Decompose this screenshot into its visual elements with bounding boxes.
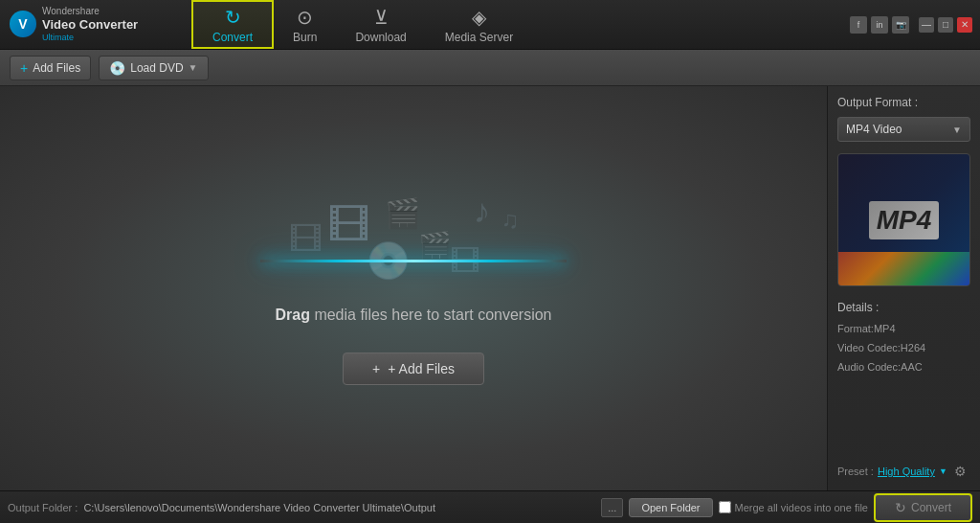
format-dropdown-chevron-icon: ▼	[952, 125, 962, 135]
drop-zone-add-files-button[interactable]: + + Add Files	[343, 352, 484, 385]
add-files-plus-icon: +	[372, 361, 380, 376]
tab-burn-label: Burn	[293, 31, 317, 44]
logo-area: V Wondershare Video Converter Ultimate	[0, 6, 191, 42]
music-note-icon-1: ♪	[474, 192, 491, 230]
drop-zone-text: Drag media files here to start conversio…	[275, 307, 551, 324]
film-reel-icon-1: 🎞	[327, 201, 370, 251]
convert-button-bottom[interactable]: ↻ Convert	[874, 493, 972, 522]
glow-line	[260, 260, 567, 262]
details-info: Format:MP4 Video Codec:H264 Audio Codec:…	[837, 320, 970, 376]
right-panel: Output Format : MP4 Video ▼ MP4 Details …	[827, 86, 980, 490]
film-reel-icon-3: 🎬	[385, 196, 420, 230]
titlebar: V Wondershare Video Converter Ultimate ↻…	[0, 0, 980, 50]
mp4-label: MP4	[869, 201, 940, 239]
audio-codec-detail: Audio Codec:AAC	[837, 358, 970, 377]
app-brand: Wondershare	[42, 6, 138, 17]
convert-tab-icon: ↻	[225, 6, 241, 29]
load-dvd-icon: 💿	[109, 60, 125, 76]
mp4-thumbnail-strip	[838, 252, 969, 285]
media-server-tab-icon: ◈	[472, 6, 486, 29]
preset-section: Preset : High Quality ▼ ⚙	[837, 462, 970, 481]
merge-checkbox[interactable]	[719, 501, 731, 513]
statusbar: Output Folder : C:\Users\lenovo\Document…	[0, 490, 980, 523]
open-folder-button[interactable]: Open Folder	[629, 498, 712, 517]
camera-icon[interactable]: 📷	[892, 16, 909, 34]
convert-btn-label: Convert	[911, 501, 951, 514]
output-path-value: C:\Users\lenovo\Documents\Wondershare Vi…	[83, 502, 595, 513]
drop-zone-icons: 🎞 🎞 🎬 ♪ ♫ 💿 🎞 🎬	[270, 192, 557, 287]
disc-icon: 🎬	[418, 230, 452, 262]
convert-btn-icon: ↻	[895, 500, 906, 515]
load-dvd-label: Load DVD	[130, 61, 183, 75]
facebook-icon[interactable]: f	[850, 16, 867, 34]
app-edition: Ultimate	[42, 33, 138, 43]
video-codec-detail: Video Codec:H264	[837, 339, 970, 358]
drop-add-files-label: + Add Files	[388, 361, 455, 376]
preset-label: Preset :	[837, 466, 874, 477]
settings-icon[interactable]: ⚙	[951, 462, 970, 481]
tab-media-server-label: Media Server	[445, 31, 513, 44]
add-files-label: Add Files	[33, 61, 80, 75]
browse-output-button[interactable]: ...	[601, 498, 623, 517]
drop-text-bold: Drag	[275, 307, 309, 323]
format-detail: Format:MP4	[837, 320, 970, 339]
mp4-thumbnail: MP4	[837, 153, 970, 286]
film-reel-icon-2: 🎞	[289, 220, 323, 259]
app-name: Wondershare Video Converter Ultimate	[42, 6, 138, 42]
app-logo-icon: V	[10, 11, 36, 37]
download-tab-icon: ⊻	[374, 6, 389, 29]
tab-convert-label: Convert	[212, 31, 253, 44]
merge-checkbox-area: Merge all videos into one file	[719, 501, 868, 513]
minimize-button[interactable]: —	[919, 17, 934, 33]
drop-text-rest: media files here to start conversion	[310, 307, 552, 323]
add-files-button[interactable]: + Add Files	[10, 56, 91, 80]
toolbar: + Add Files 💿 Load DVD ▼	[0, 50, 980, 86]
nav-tabs: ↻ Convert ⊙ Burn ⊻ Download ◈ Media Serv…	[191, 0, 850, 49]
drop-zone[interactable]: 🎞 🎞 🎬 ♪ ♫ 💿 🎞 🎬 Drag media files here to…	[0, 86, 827, 490]
output-folder-label: Output Folder :	[8, 502, 78, 513]
preset-value-link[interactable]: High Quality	[878, 466, 935, 477]
merge-label: Merge all videos into one file	[735, 502, 868, 513]
maximize-button[interactable]: □	[938, 17, 953, 33]
music-note-icon-2: ♫	[501, 206, 519, 234]
format-dropdown[interactable]: MP4 Video ▼	[837, 117, 970, 142]
close-button[interactable]: ✕	[957, 17, 972, 33]
social-icons: f in 📷	[850, 16, 919, 34]
burn-tab-icon: ⊙	[297, 6, 313, 29]
main-container: 🎞 🎞 🎬 ♪ ♫ 💿 🎞 🎬 Drag media files here to…	[0, 86, 980, 490]
load-dvd-button[interactable]: 💿 Load DVD ▼	[99, 56, 208, 80]
tab-media-server[interactable]: ◈ Media Server	[426, 0, 532, 49]
details-label: Details :	[837, 301, 970, 314]
format-selected-value: MP4 Video	[846, 123, 902, 136]
output-format-label: Output Format :	[837, 96, 970, 109]
linkedin-icon[interactable]: in	[871, 16, 888, 34]
tab-download-label: Download	[355, 31, 406, 44]
details-section: Details : Format:MP4 Video Codec:H264 Au…	[837, 301, 970, 462]
tab-convert[interactable]: ↻ Convert	[191, 0, 274, 49]
tab-download[interactable]: ⊻ Download	[336, 0, 425, 49]
app-title: Video Converter	[42, 17, 138, 33]
preset-chevron-icon: ▼	[939, 466, 947, 476]
load-dvd-chevron-icon: ▼	[189, 62, 198, 73]
tab-burn[interactable]: ⊙ Burn	[274, 0, 336, 49]
window-controls: — □ ✕	[919, 17, 980, 33]
add-files-icon: +	[20, 60, 28, 76]
